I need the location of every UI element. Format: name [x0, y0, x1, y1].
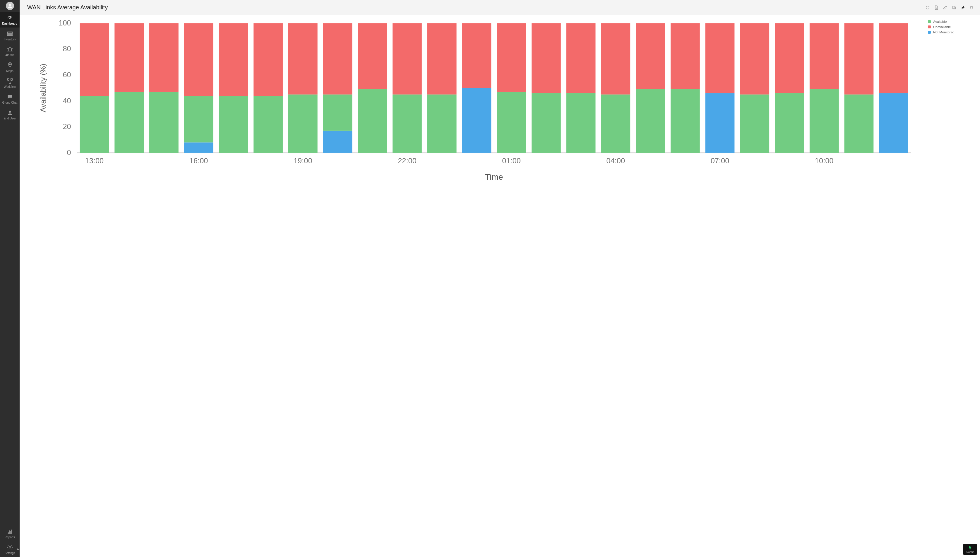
svg-rect-30 — [219, 96, 248, 153]
svg-point-0 — [9, 4, 11, 6]
file-pdf-icon — [934, 5, 939, 10]
svg-rect-40 — [358, 23, 387, 89]
main: WAN Links Average Availability — [20, 0, 980, 557]
svg-rect-65 — [810, 89, 839, 153]
sidebar-item-label: Reports — [5, 536, 15, 539]
avatar[interactable] — [6, 2, 14, 10]
legend-swatch — [928, 26, 931, 28]
svg-rect-62 — [740, 23, 769, 94]
gear-icon — [7, 544, 13, 550]
chart-legend: AvailableUnavailableNot Monitored — [928, 19, 975, 36]
sidebar-item-workflow[interactable]: Workflow — [0, 75, 20, 91]
svg-point-1 — [9, 18, 10, 19]
svg-rect-25 — [149, 92, 179, 153]
svg-rect-44 — [427, 23, 457, 94]
svg-rect-11 — [953, 7, 956, 9]
svg-rect-29 — [184, 23, 213, 96]
svg-rect-60 — [705, 23, 735, 93]
sidebar-item-label: Workflow — [4, 85, 16, 88]
svg-text:01:00: 01:00 — [502, 156, 521, 165]
pencil-icon — [943, 5, 947, 10]
gauge-icon — [7, 15, 13, 21]
svg-rect-36 — [323, 131, 352, 153]
svg-rect-50 — [532, 23, 561, 93]
delete-button[interactable] — [968, 4, 975, 11]
sidebar-item-label: Settings — [4, 552, 15, 555]
user-icon — [7, 3, 13, 8]
svg-rect-12 — [952, 6, 955, 8]
svg-rect-67 — [845, 94, 874, 153]
svg-rect-35 — [288, 23, 317, 94]
sidebar-item-group-chat[interactable]: Group Chat — [0, 91, 20, 106]
svg-rect-38 — [323, 23, 352, 94]
alarm-count: 5 — [969, 546, 972, 550]
svg-rect-56 — [636, 23, 665, 89]
svg-rect-4 — [7, 35, 12, 36]
sidebar-item-label: End User — [4, 117, 16, 120]
svg-rect-28 — [184, 96, 213, 142]
sidebar-item-dashboard[interactable]: Dashboard — [0, 12, 20, 28]
svg-text:Time: Time — [485, 173, 503, 181]
svg-rect-46 — [462, 23, 492, 88]
pin-icon — [7, 62, 13, 68]
svg-rect-7 — [11, 79, 12, 80]
svg-rect-66 — [810, 23, 839, 89]
sidebar-item-reports[interactable]: Reports — [0, 525, 20, 541]
svg-rect-27 — [184, 143, 213, 153]
sidebar-item-settings[interactable]: Settings ▶ — [0, 541, 20, 557]
svg-rect-52 — [567, 23, 596, 93]
legend-label: Not Monitored — [933, 31, 954, 34]
svg-rect-43 — [427, 94, 457, 153]
sidebar-item-label: Group Chat — [2, 101, 18, 104]
svg-rect-41 — [392, 94, 422, 153]
svg-rect-22 — [80, 23, 109, 96]
svg-text:07:00: 07:00 — [711, 156, 729, 165]
svg-rect-42 — [392, 23, 422, 94]
chat-icon — [7, 94, 13, 100]
svg-rect-51 — [567, 93, 596, 153]
sidebar-item-alarms[interactable]: Alarms — [0, 43, 20, 59]
chart: 020406080100Availability (%)13:0016:0019… — [25, 19, 918, 184]
panel-body: 020406080100Availability (%)13:0016:0019… — [20, 15, 980, 557]
svg-rect-24 — [114, 23, 144, 92]
export-pdf-button[interactable] — [933, 4, 939, 11]
svg-rect-33 — [254, 23, 283, 96]
sidebar-item-inventory[interactable]: Inventory — [0, 28, 20, 43]
svg-rect-61 — [740, 94, 769, 153]
clone-button[interactable] — [951, 4, 957, 11]
svg-text:40: 40 — [63, 96, 71, 105]
svg-rect-47 — [497, 92, 526, 153]
legend-item[interactable]: Unavailable — [928, 25, 975, 29]
legend-item[interactable]: Available — [928, 20, 975, 23]
svg-rect-8 — [9, 82, 11, 84]
svg-text:Availability (%): Availability (%) — [39, 64, 47, 112]
person-icon — [7, 109, 13, 116]
legend-item[interactable]: Not Monitored — [928, 31, 975, 34]
refresh-icon — [925, 5, 930, 10]
svg-text:20: 20 — [63, 122, 71, 130]
svg-rect-48 — [497, 23, 526, 92]
pushpin-icon — [960, 5, 965, 10]
svg-text:04:00: 04:00 — [606, 156, 625, 165]
edit-button[interactable] — [942, 4, 948, 11]
pin-button[interactable] — [959, 4, 966, 11]
svg-text:19:00: 19:00 — [294, 156, 313, 165]
svg-rect-70 — [879, 23, 908, 93]
svg-text:22:00: 22:00 — [398, 156, 417, 165]
chevron-right-icon: ▶ — [17, 548, 19, 550]
alarm-badge[interactable]: 5 Alarms — [963, 544, 977, 555]
alarm-label: Alarms — [966, 551, 974, 554]
svg-rect-21 — [80, 96, 109, 153]
boxes-icon — [7, 31, 13, 37]
sidebar-item-label: Inventory — [4, 38, 16, 41]
svg-rect-3 — [7, 33, 12, 34]
svg-rect-34 — [288, 94, 317, 153]
refresh-button[interactable] — [925, 4, 931, 11]
svg-rect-64 — [775, 23, 804, 93]
svg-rect-57 — [671, 89, 700, 153]
sidebar-item-end-user[interactable]: End User — [0, 106, 20, 122]
svg-point-5 — [9, 64, 11, 65]
sidebar-item-maps[interactable]: Maps — [0, 59, 20, 75]
svg-text:60: 60 — [63, 70, 71, 79]
svg-rect-31 — [219, 23, 248, 96]
